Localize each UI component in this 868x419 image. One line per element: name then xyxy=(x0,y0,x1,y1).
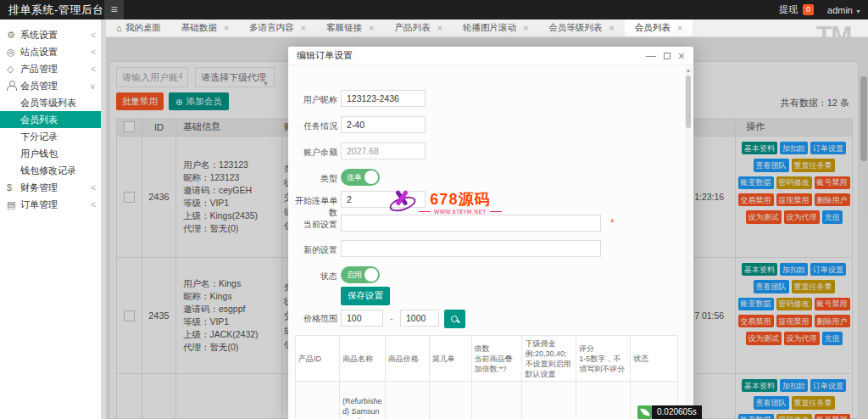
close-icon[interactable]: × xyxy=(224,23,229,33)
hamburger-menu-icon[interactable]: ≡ xyxy=(104,0,124,20)
username: admin xyxy=(827,5,853,15)
save-settings-button[interactable]: 保存设置 xyxy=(341,287,390,305)
product-price: 100.00 xyxy=(386,382,430,419)
field-label-new-settings: 新的设置 xyxy=(288,244,337,256)
task-status-input[interactable] xyxy=(341,116,426,133)
tab-carousel[interactable]: 轮播图片滚动× xyxy=(453,20,538,36)
field-label-price-range: 价格范围 xyxy=(288,313,337,325)
field-label-type: 类型 xyxy=(288,173,337,185)
maximize-icon[interactable] xyxy=(664,53,670,59)
modal-scrollbar-thumb[interactable] xyxy=(686,75,691,128)
close-icon[interactable]: × xyxy=(437,23,442,33)
order-icon: ▤ xyxy=(7,199,20,210)
close-icon[interactable]: × xyxy=(678,51,685,61)
field-label-nickname: 用户昵称 xyxy=(288,94,337,106)
product-table-header: 产品ID 商品名称 商品价格 第几单 倍数 当前商品叠加倍数:*? 下级佣金 例… xyxy=(296,336,678,382)
close-icon[interactable]: × xyxy=(301,23,306,33)
sidebar-item-system-settings[interactable]: ⚙系统设置< xyxy=(0,26,106,43)
trace-time: 0.020605s xyxy=(652,405,702,419)
col-rating: 评分 1-5数字，不填写则不评分 xyxy=(576,336,631,382)
search-icon xyxy=(451,316,459,323)
trace-badge[interactable]: 0.020605s xyxy=(637,405,702,419)
close-icon[interactable]: × xyxy=(369,23,374,33)
chevron-left-icon: < xyxy=(91,31,96,40)
balance-input[interactable] xyxy=(341,142,426,159)
gear-icon: ⚙ xyxy=(7,30,20,41)
price-search-button[interactable] xyxy=(444,310,465,328)
close-icon[interactable]: × xyxy=(609,23,614,33)
sidebar-item-member-level-list[interactable]: 会员等级列表 xyxy=(0,94,106,111)
tab-member-level-list[interactable]: 会员等级列表× xyxy=(538,20,624,36)
scroll-up-icon[interactable]: ▲ xyxy=(685,68,692,73)
sidebar-item-downscore-records[interactable]: 下分记录 xyxy=(0,128,106,145)
chevron-left-icon: < xyxy=(91,183,96,193)
withdraw-link[interactable]: 提现 xyxy=(779,3,798,16)
sidebar-item-site-settings[interactable]: ◎站点设置< xyxy=(0,43,106,60)
chevron-down-icon: ∨ xyxy=(90,81,96,91)
dollar-icon: $ xyxy=(7,182,20,193)
sidebar-item-order-management[interactable]: ▤订单管理< xyxy=(0,196,106,213)
col-status: 状态 xyxy=(631,336,678,382)
sidebar: ⚙系统设置< ◎站点设置< ◇产品管理< 会员管理∨ 会员等级列表 会员列表 下… xyxy=(0,20,106,419)
col-product-id: 产品ID xyxy=(296,336,340,382)
product-settings-table: 产品ID 商品名称 商品价格 第几单 倍数 当前商品叠加倍数:*? 下级佣金 例… xyxy=(295,335,678,419)
col-multiple: 倍数 当前商品叠加倍数:*? xyxy=(472,336,523,382)
sidebar-item-member-management[interactable]: 会员管理∨ xyxy=(0,77,106,94)
leaf-icon xyxy=(637,405,652,419)
nickname-input[interactable] xyxy=(341,90,426,107)
sidebar-item-wallet-change-records[interactable]: 钱包修改记录 xyxy=(0,162,106,179)
tab-basic-data[interactable]: 基础数据× xyxy=(171,20,239,36)
top-header: 排单系统-管理后台 ≡ 提现 0 admin ▼ xyxy=(0,0,868,20)
type-toggle[interactable]: 连单 xyxy=(341,169,380,186)
field-label-current-settings: 当前设置 xyxy=(288,219,337,231)
modal-body: 用户昵称 任务情况 账户余额 类型 连单 开始连单单数 当前设置 * 新的设置 … xyxy=(288,65,693,419)
watermark-brand: 678源码 xyxy=(430,190,490,209)
tab-desktop[interactable]: ⌂我的桌面 xyxy=(106,20,171,36)
field-label-status: 状态 xyxy=(288,271,337,282)
price-min-input[interactable] xyxy=(341,310,383,327)
close-icon[interactable]: × xyxy=(523,23,528,33)
sidebar-item-user-wallet[interactable]: 用户钱包 xyxy=(0,145,106,162)
chevron-left-icon: < xyxy=(91,64,96,74)
price-max-input[interactable] xyxy=(400,310,439,327)
product-row: 4009 (Refurbished) Samsung Galaxy F13 (W… xyxy=(296,382,678,419)
sidebar-item-finance-management[interactable]: $财务管理< xyxy=(0,179,106,196)
new-settings-input[interactable] xyxy=(341,240,601,257)
edit-order-settings-modal: 编辑订单设置 — × 用户昵称 任务情况 账户余额 类型 连单 开始连单单数 当… xyxy=(288,47,693,419)
required-asterisk: * xyxy=(610,217,615,229)
atom-icon xyxy=(390,190,415,219)
app-root: 排单系统-管理后台 ≡ 提现 0 admin ▼ ⌂我的桌面 基础数据× 多语言… xyxy=(0,0,868,419)
tab-product-list[interactable]: 产品列表× xyxy=(384,20,452,36)
col-commission: 下级佣金 例:20,30,40; 不设置则启用默认设置 xyxy=(522,336,576,382)
chevron-left-icon: < xyxy=(91,200,96,210)
withdraw-count-badge: 0 xyxy=(803,4,814,15)
field-label-balance: 账户余额 xyxy=(288,147,337,159)
user-menu[interactable]: admin ▼ xyxy=(827,5,861,15)
chevron-left-icon: < xyxy=(91,47,96,57)
chevron-down-icon: ▼ xyxy=(855,8,861,14)
site-icon: ◎ xyxy=(7,47,20,58)
product-id: 4009 xyxy=(296,382,340,419)
tm-watermark: TM xyxy=(816,20,851,49)
tab-service-link[interactable]: 客服链接× xyxy=(316,20,384,36)
tab-multilang[interactable]: 多语言内容× xyxy=(239,20,316,36)
col-nth-order: 第几单 xyxy=(430,336,472,382)
sidebar-item-member-list[interactable]: 会员列表 xyxy=(0,111,106,128)
field-label-task-status: 任务情况 xyxy=(288,120,337,132)
tab-member-list[interactable]: 会员列表× xyxy=(625,20,693,36)
tab-bar: ⌂我的桌面 基础数据× 多语言内容× 客服链接× 产品列表× 轮播图片滚动× 会… xyxy=(106,20,868,37)
sidebar-item-product-management[interactable]: ◇产品管理< xyxy=(0,60,106,77)
user-icon xyxy=(7,81,15,89)
modal-title: 编辑订单设置 xyxy=(288,47,693,65)
close-icon[interactable]: × xyxy=(677,23,682,33)
status-toggle[interactable]: 启用 xyxy=(341,266,380,283)
product-name: (Refurbished) Samsung Galaxy F13 (Waterf… xyxy=(340,382,386,419)
col-product-price: 商品价格 xyxy=(386,336,430,382)
col-product-name: 商品名称 xyxy=(340,336,386,382)
app-title: 排单系统-管理后台 xyxy=(8,3,104,18)
modal-scrollbar[interactable]: ▲ xyxy=(685,67,692,417)
minimize-icon[interactable]: — xyxy=(646,52,656,60)
home-icon: ⌂ xyxy=(116,23,122,33)
product-icon: ◇ xyxy=(7,64,20,75)
site-watermark: 678源码 WWW.678YM.NET xyxy=(390,190,502,219)
